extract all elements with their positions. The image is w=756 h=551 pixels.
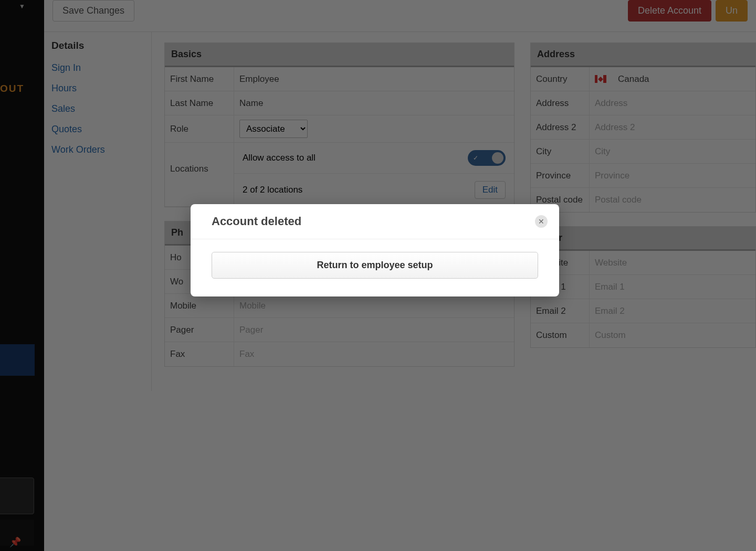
close-icon: ✕ xyxy=(538,218,544,225)
modal-header: Account deleted ✕ xyxy=(191,204,559,239)
modal-title: Account deleted xyxy=(212,215,301,228)
modal-body: Return to employee setup xyxy=(191,239,559,296)
modal-close-button[interactable]: ✕ xyxy=(535,215,548,228)
account-deleted-modal: Account deleted ✕ Return to employee set… xyxy=(191,204,559,296)
return-employee-setup-button[interactable]: Return to employee setup xyxy=(212,252,538,279)
